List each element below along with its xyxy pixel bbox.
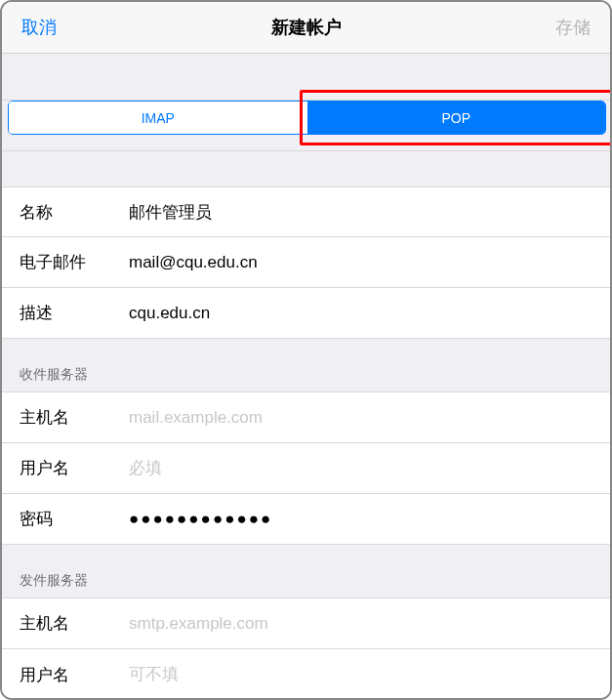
incoming-host-label: 主机名 bbox=[20, 406, 129, 429]
protocol-segmented-control: IMAP POP bbox=[8, 101, 606, 135]
outgoing-user-label: 用户名 bbox=[20, 664, 129, 686]
incoming-server-header: 收件服务器 bbox=[2, 339, 610, 392]
row-name: 名称 bbox=[2, 186, 610, 237]
email-input[interactable] bbox=[129, 253, 592, 272]
incoming-host-input[interactable] bbox=[129, 408, 592, 428]
incoming-password-label: 密码 bbox=[20, 508, 129, 530]
description-label: 描述 bbox=[20, 302, 129, 324]
outgoing-server-header: 发件服务器 bbox=[2, 545, 610, 598]
row-incoming-user: 用户名 bbox=[2, 443, 610, 494]
row-email: 电子邮件 bbox=[2, 237, 610, 288]
outgoing-host-input[interactable] bbox=[129, 614, 592, 634]
row-description: 描述 bbox=[2, 288, 610, 339]
segmented-control-wrap: IMAP POP bbox=[2, 101, 610, 151]
segment-pop[interactable]: POP bbox=[307, 102, 606, 134]
name-input[interactable] bbox=[129, 202, 592, 222]
segment-imap[interactable]: IMAP bbox=[9, 102, 307, 134]
row-incoming-host: 主机名 bbox=[2, 392, 610, 443]
cancel-button[interactable]: 取消 bbox=[20, 12, 59, 43]
name-label: 名称 bbox=[20, 201, 129, 224]
row-outgoing-host: 主机名 bbox=[2, 598, 610, 649]
spacer bbox=[2, 54, 610, 101]
row-incoming-password: 密码 ●●●●●●●●●●●● bbox=[2, 494, 610, 545]
navbar: 取消 新建帐户 存储 bbox=[2, 2, 610, 54]
incoming-user-label: 用户名 bbox=[20, 457, 129, 479]
description-input[interactable] bbox=[129, 304, 592, 323]
incoming-user-input[interactable] bbox=[129, 459, 592, 478]
page-title: 新建帐户 bbox=[271, 16, 342, 39]
spacer bbox=[2, 151, 610, 186]
row-outgoing-user: 用户名 bbox=[2, 649, 610, 700]
outgoing-user-input[interactable] bbox=[129, 665, 592, 684]
email-label: 电子邮件 bbox=[20, 251, 129, 273]
incoming-password-value[interactable]: ●●●●●●●●●●●● bbox=[129, 510, 272, 529]
save-button[interactable]: 存储 bbox=[553, 12, 592, 43]
outgoing-host-label: 主机名 bbox=[20, 612, 129, 635]
